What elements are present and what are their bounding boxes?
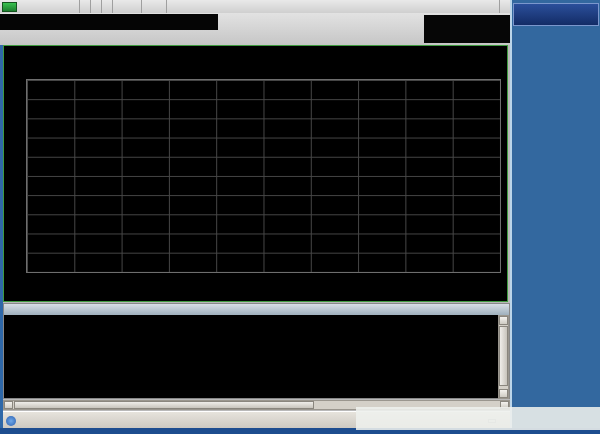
vscroll-thumb[interactable] bbox=[499, 326, 508, 386]
indicator-align bbox=[166, 0, 177, 13]
lxi-led-indicator bbox=[2, 2, 17, 12]
graticule bbox=[26, 79, 501, 273]
scroll-down-icon[interactable] bbox=[499, 389, 508, 398]
clock-display bbox=[499, 0, 510, 13]
active-function-readout bbox=[0, 14, 218, 30]
softkey-menu bbox=[510, 0, 600, 428]
marker-table bbox=[3, 303, 510, 399]
spectrum-display bbox=[3, 45, 508, 302]
indicator-rf bbox=[79, 0, 90, 13]
indicator-correction bbox=[112, 0, 123, 13]
scroll-left-icon[interactable] bbox=[4, 401, 13, 409]
scroll-up-icon[interactable] bbox=[499, 316, 508, 325]
settings-strip bbox=[0, 13, 510, 45]
hscroll-thumb[interactable] bbox=[14, 401, 314, 409]
indicator-sense bbox=[141, 0, 152, 13]
table-vertical-scrollbar[interactable] bbox=[498, 315, 509, 399]
trace-status-box bbox=[424, 15, 510, 43]
analyzer-screen bbox=[0, 0, 600, 434]
left-frame bbox=[0, 45, 3, 428]
indicator-impedance bbox=[90, 0, 101, 13]
menu-title bbox=[513, 3, 599, 26]
trace-plot bbox=[27, 80, 500, 272]
marker-table-header bbox=[4, 304, 509, 315]
watermark-text bbox=[356, 407, 600, 430]
status-indicator-strip bbox=[0, 0, 510, 14]
indicator-coupling bbox=[101, 0, 112, 13]
info-icon bbox=[6, 416, 16, 426]
